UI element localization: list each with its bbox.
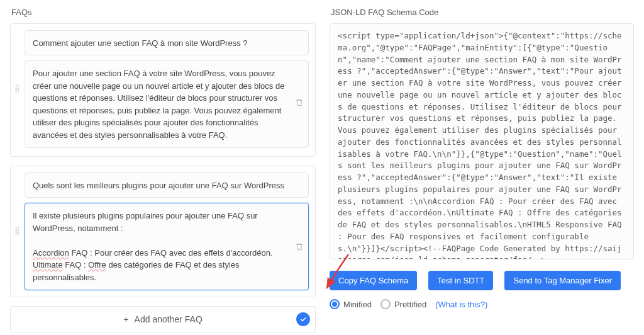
radio-label: Prettified: [394, 300, 426, 309]
check-icon: [296, 312, 310, 326]
radio-minified[interactable]: Minified: [330, 299, 372, 309]
faq-question-input[interactable]: [25, 173, 309, 198]
faq-question-input[interactable]: [25, 30, 309, 55]
plus-icon: +: [123, 314, 128, 324]
drag-handle-icon[interactable]: ⠿⠿: [14, 229, 21, 234]
copy-schema-button[interactable]: Copy FAQ Schema: [330, 271, 417, 290]
radio-icon: [380, 299, 391, 309]
drag-handle-icon[interactable]: ⠿⠿: [14, 88, 21, 93]
add-faq-button[interactable]: + Add another FAQ: [10, 306, 316, 332]
trash-icon[interactable]: [295, 98, 304, 107]
code-title: JSON-LD FAQ Schema Code: [331, 8, 634, 17]
schema-code-output[interactable]: <script type="application/ld+json">{"@co…: [330, 23, 634, 259]
add-faq-label: Add another FAQ: [135, 314, 203, 324]
send-tagmanager-button[interactable]: Send to Tag Manager Fixer: [504, 271, 621, 290]
faq-card: ⠿⠿ Il existe plusieurs plugins populaire…: [10, 166, 316, 297]
test-sdtt-button[interactable]: Test in SDTT: [428, 271, 493, 290]
help-link[interactable]: (What is this?): [435, 300, 487, 309]
radio-label: Minified: [343, 300, 372, 309]
radio-prettified[interactable]: Prettified: [380, 299, 426, 309]
faq-card: ⠿⠿ Pour ajouter une section FAQ à votre …: [10, 23, 316, 157]
faq-answer-input[interactable]: Pour ajouter une section FAQ à votre sit…: [25, 60, 309, 148]
faqs-title: FAQs: [11, 8, 316, 17]
trash-icon[interactable]: [295, 242, 304, 251]
radio-icon: [330, 299, 340, 309]
faq-answer-input[interactable]: Il existe plusieurs plugins populaires p…: [25, 203, 309, 290]
